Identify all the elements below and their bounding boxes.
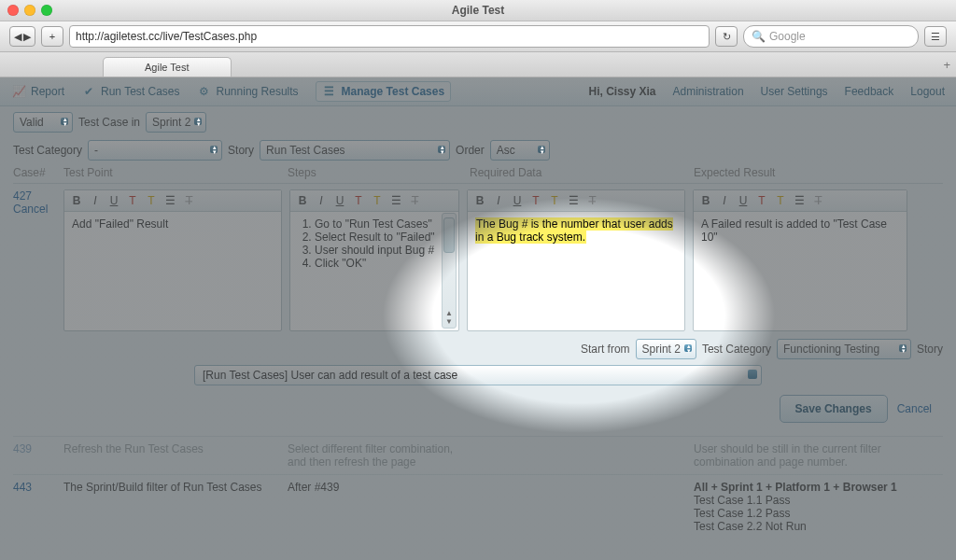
underline-icon[interactable]: U [737,194,750,207]
gear-icon: ⚙ [197,84,212,99]
forward-icon[interactable]: ▶ [23,31,31,43]
highlight-icon[interactable]: T [548,194,561,207]
highlight-icon[interactable]: T [145,194,158,207]
cell-expected: User should be still in the current filt… [694,442,913,469]
label-story: Story [228,144,254,157]
nav-report[interactable]: 📈Report [11,84,64,99]
app-viewport: 📈Report ✔Run Test Cases ⚙Running Results… [0,77,956,560]
text-color-icon[interactable]: T [126,194,139,207]
nav-logout[interactable]: Logout [910,85,945,98]
editor-body[interactable]: Add "Failed" Result [64,212,281,236]
underline-icon[interactable]: U [333,194,346,207]
list-icon[interactable]: ☰ [389,194,402,207]
list-icon[interactable]: ☰ [567,194,580,207]
editor-toolbar: B I U T T ☰ T̶ [694,190,907,212]
cancel-edit-link[interactable]: Cancel [13,203,56,216]
nav-user-settings[interactable]: User Settings [761,85,828,98]
cell-required [470,481,694,533]
col-case: Case# [13,166,63,179]
validity-select[interactable]: Valid▴▾ [13,112,73,133]
nav-running-results[interactable]: ⚙Running Results [197,84,299,99]
col-testpoint: Test Point [63,166,288,179]
story-row: [Run Test Cases] User can add result of … [0,365,956,395]
underline-icon[interactable]: U [107,194,120,207]
scrollbar[interactable]: ▲ ▼ [442,213,457,329]
label-test-category: Test Category [702,343,771,356]
case-id-link[interactable]: 427 [13,189,56,203]
case-id-link[interactable]: 439 [13,442,63,469]
editor-toolbar: B I U T T ☰ T̶ [64,190,281,212]
nav-feedback[interactable]: Feedback [845,85,894,98]
editor-body[interactable]: Go to "Run Test Cases"Select Result to "… [290,212,458,275]
text-color-icon[interactable]: T [529,194,542,207]
step-item: Select Result to "Failed" [315,231,440,244]
browser-search[interactable]: 🔍 Google [743,25,919,48]
italic-icon[interactable]: I [89,194,102,207]
scroll-down-icon[interactable]: ▼ [445,317,453,326]
check-icon: ✔ [81,84,96,99]
editor-body[interactable]: The Bug # is the number that user adds i… [468,212,684,249]
label-test-category: Test Category [13,144,82,157]
save-button[interactable]: Save Changes [780,395,888,423]
story-select[interactable]: Run Test Cases▴▾ [260,140,450,161]
action-row: Save Changes Cancel [0,395,956,436]
list-icon[interactable]: ☰ [163,194,176,207]
editor-steps[interactable]: B I U T T ☰ T̶ Go to "Run Test Cases"Sel… [289,189,459,331]
cancel-button[interactable]: Cancel [897,402,932,415]
tab-agile-test[interactable]: Agile Test [103,57,232,77]
underline-icon[interactable]: U [511,194,524,207]
add-bookmark-button[interactable]: + [41,26,63,47]
reload-icon[interactable]: ↻ [715,26,738,47]
editor-required-data[interactable]: B I U T T ☰ T̶ The Bug # is the number t… [467,189,685,331]
highlight-icon[interactable]: T [774,194,787,207]
test-case-grid: Case# Test Point Steps Required Data Exp… [0,166,956,331]
story-long-select[interactable]: [Run Test Cases] User can add result of … [194,365,762,385]
greeting: Hi, Cissy Xia [588,85,655,98]
order-select[interactable]: Asc▴▾ [490,140,550,161]
start-from-select[interactable]: Sprint 2▴▾ [636,339,696,359]
window-title: Agile Test [0,4,956,17]
italic-icon[interactable]: I [315,194,328,207]
bold-icon[interactable]: B [699,194,712,207]
scrollbar-thumb[interactable] [443,217,455,253]
table-row[interactable]: 439 Refresh the Run Test Cases Select di… [13,436,943,474]
sprint-select[interactable]: Sprint 2▴▾ [146,112,206,133]
clear-format-icon[interactable]: T̶ [811,194,824,207]
reader-icon[interactable]: ☰ [924,26,947,47]
clear-format-icon[interactable]: T̶ [585,194,598,207]
clear-format-icon[interactable]: T̶ [182,194,195,207]
other-rows: 439 Refresh the Run Test Cases Select di… [0,436,956,539]
italic-icon[interactable]: I [492,194,505,207]
cell-required [470,442,694,469]
label-order: Order [456,144,485,157]
edit-row-427: 427 Cancel B I U T T ☰ T̶ Add "Failed" R… [13,184,943,331]
col-expected: Expected Result [694,166,913,179]
new-tab-icon[interactable]: + [943,58,950,72]
case-id-link[interactable]: 443 [13,481,63,533]
list-icon: ☰ [322,84,337,99]
nav-manage-test-cases[interactable]: ☰Manage Test Cases [316,81,452,102]
chart-icon: 📈 [11,84,26,99]
scroll-up-icon[interactable]: ▲ [445,309,453,317]
nav-administration[interactable]: Administration [673,85,744,98]
editor-body[interactable]: A Failed result is added to "Test Case 1… [694,212,907,249]
nav-run-test-cases[interactable]: ✔Run Test Cases [81,84,180,99]
cell-testpoint: Refresh the Run Test Cases [63,442,288,469]
text-color-icon[interactable]: T [352,194,365,207]
nav-back-forward[interactable]: ◀ ▶ [9,26,35,47]
bold-icon[interactable]: B [296,194,309,207]
test-category-select[interactable]: Functioning Testing▴▾ [777,339,911,359]
editor-testpoint[interactable]: B I U T T ☰ T̶ Add "Failed" Result [63,189,282,331]
italic-icon[interactable]: I [718,194,731,207]
clear-format-icon[interactable]: T̶ [408,194,421,207]
list-icon[interactable]: ☰ [793,194,806,207]
category-select[interactable]: -▴▾ [88,140,222,161]
table-row[interactable]: 443 The Sprint/Build filter of Run Test … [13,474,943,539]
url-field[interactable]: http://agiletest.cc/live/TestCases.php [69,25,710,48]
text-color-icon[interactable]: T [755,194,768,207]
bold-icon[interactable]: B [473,194,486,207]
back-icon[interactable]: ◀ [14,31,21,43]
editor-expected[interactable]: B I U T T ☰ T̶ A Failed result is added … [693,189,907,331]
highlight-icon[interactable]: T [371,194,384,207]
bold-icon[interactable]: B [70,194,83,207]
